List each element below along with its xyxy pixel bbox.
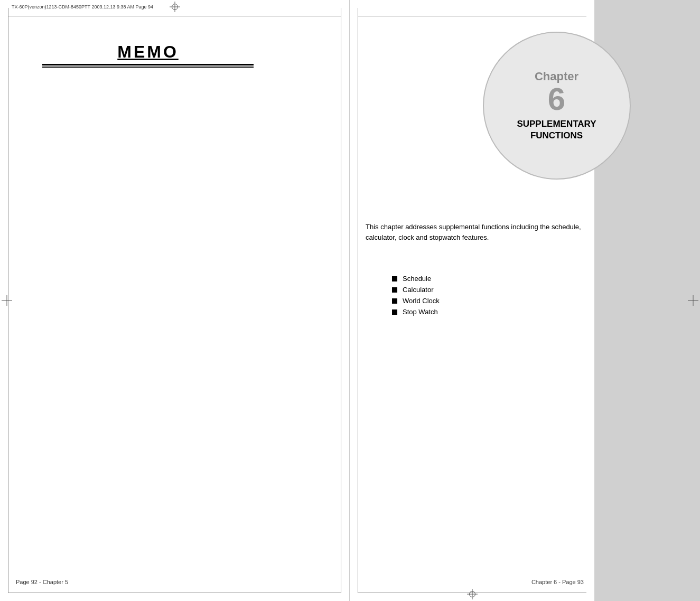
registration-mark-bottom-right (467, 589, 478, 599)
list-item-label: World Clock (403, 297, 440, 305)
bullet-icon (392, 298, 397, 304)
list-item: World Clock (392, 297, 584, 305)
memo-title: MEMO (42, 42, 254, 65)
right-page: Chapter 6 SUPPLEMENTARY FUNCTIONS This c… (350, 0, 700, 601)
list-item-label: Calculator (403, 286, 434, 294)
right-page-footer: Chapter 6 - Page 93 (531, 579, 584, 585)
chapter-number: 6 (548, 83, 565, 115)
list-item-label: Stop Watch (403, 308, 438, 316)
bullet-icon (392, 287, 397, 293)
page-container: TX-60P(verizon)1213-CDM-8450PTT 2003.12.… (0, 0, 700, 601)
list-item: Stop Watch (392, 308, 584, 316)
chapter-circle-container: Chapter 6 SUPPLEMENTARY FUNCTIONS (451, 32, 599, 180)
right-border-left (358, 8, 358, 593)
chapter-circle: Chapter 6 SUPPLEMENTARY FUNCTIONS (483, 32, 631, 180)
memo-section: MEMO (42, 42, 328, 68)
right-border-top (358, 16, 586, 16)
border-right (341, 8, 341, 593)
list-item-label: Schedule (403, 275, 431, 283)
page-header: TX-60P(verizon)1213-CDM-8450PTT 2003.12.… (12, 4, 338, 10)
border-top (8, 16, 341, 16)
chapter-title-line1: SUPPLEMENTARY FUNCTIONS (517, 118, 596, 142)
bullet-icon (392, 276, 397, 281)
bullet-icon (392, 309, 397, 315)
registration-mark-left (2, 295, 12, 306)
left-page-footer: Page 92 - Chapter 5 (16, 579, 68, 585)
list-item: Schedule (392, 275, 584, 283)
chapter-description: This chapter addresses supplemental func… (366, 222, 584, 242)
left-page: TX-60P(verizon)1213-CDM-8450PTT 2003.12.… (0, 0, 350, 601)
header-text: TX-60P(verizon)1213-CDM-8450PTT 2003.12.… (12, 4, 153, 10)
list-item: Calculator (392, 286, 584, 294)
registration-mark-right (688, 295, 698, 306)
border-bottom (8, 593, 341, 593)
memo-underline (42, 67, 254, 68)
bullet-list: Schedule Calculator World Clock Stop Wat… (392, 275, 584, 319)
